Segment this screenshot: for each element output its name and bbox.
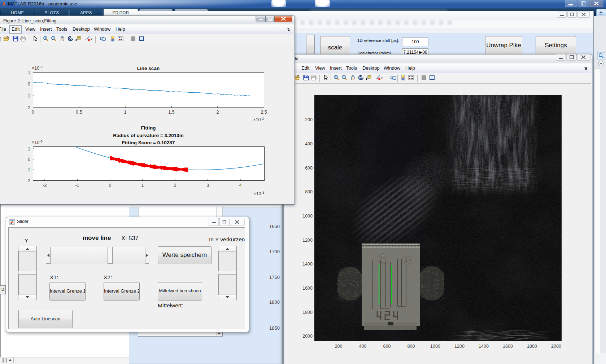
svg-text:2.5: 2.5	[261, 110, 267, 115]
svg-text:Radius of curvature = 3.2013m: Radius of curvature = 3.2013m	[113, 133, 183, 138]
svg-text:1: 1	[124, 110, 127, 115]
svg-text:-2: -2	[43, 183, 47, 188]
svg-text:3: 3	[207, 183, 209, 188]
svg-text:2: 2	[174, 183, 176, 188]
svg-text:0.5: 0.5	[76, 110, 82, 115]
svg-text:Line scan: Line scan	[137, 66, 160, 71]
svg-text:1: 1	[141, 183, 144, 188]
svg-text:2: 2	[217, 110, 219, 115]
svg-text:-2: -2	[26, 105, 30, 110]
svg-text:×10-6: ×10-6	[32, 139, 43, 145]
svg-text:×10-3: ×10-3	[253, 117, 264, 122]
svg-text:1: 1	[28, 146, 30, 152]
svg-text:0: 0	[28, 157, 30, 162]
svg-text:-2: -2	[26, 178, 30, 183]
svg-text:1: 1	[28, 70, 30, 75]
svg-text:1.5: 1.5	[168, 110, 174, 115]
svg-text:4: 4	[239, 183, 242, 188]
svg-text:0: 0	[109, 183, 112, 188]
svg-text:0: 0	[28, 82, 30, 87]
svg-text:×10-6: ×10-6	[32, 65, 43, 71]
svg-text:-1: -1	[75, 183, 79, 188]
svg-text:Fitting: Fitting	[141, 125, 156, 131]
svg-text:×10-3: ×10-3	[253, 190, 264, 196]
svg-text:0: 0	[32, 110, 34, 115]
svg-text:Fitting Score = 0.10287: Fitting Score = 0.10287	[122, 140, 175, 145]
svg-text:-1: -1	[26, 167, 30, 172]
svg-text:-1: -1	[26, 93, 30, 98]
